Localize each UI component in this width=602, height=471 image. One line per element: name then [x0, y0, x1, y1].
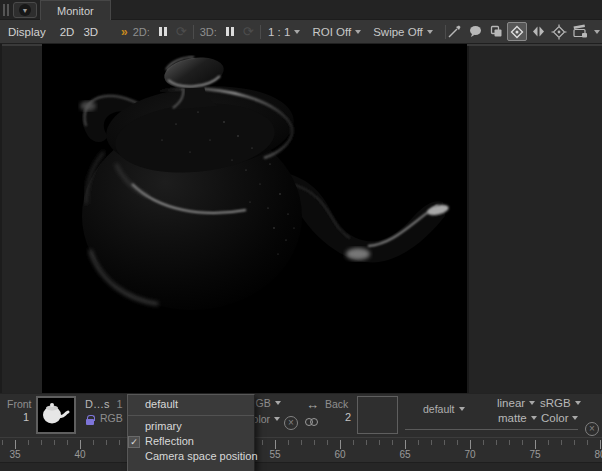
back-clear-button[interactable]: × [585, 422, 599, 436]
comment-bubble-icon[interactable] [465, 22, 485, 41]
timeline-minor-tick [483, 440, 484, 445]
front-clip-number: 1 [116, 398, 122, 410]
display-colorspace-dropdown[interactable]: sRGB [540, 397, 581, 409]
tab-monitor[interactable]: Monitor [40, 0, 111, 20]
timeline-minor-tick [119, 440, 120, 445]
timeline-ruler[interactable]: 35404550556065707580 [0, 437, 602, 462]
menu-item-label: primary [145, 420, 182, 432]
tab-bar: ▼ Monitor [0, 0, 602, 20]
chevron-down-icon [531, 416, 537, 420]
swap-buffers-icon[interactable]: ↔ [306, 400, 319, 410]
front-clear-button[interactable]: × [284, 416, 298, 430]
timeline-minor-tick [327, 440, 328, 445]
pixel-probe-icon[interactable] [507, 22, 527, 41]
timeline-frame-label: 35 [9, 449, 20, 460]
timeline-frame-label: 40 [74, 449, 85, 460]
zoom-ratio-value: 1 : 1 [268, 26, 290, 38]
timeline-minor-tick [54, 440, 55, 445]
split-diamond-icon[interactable] [528, 22, 548, 41]
colorspace-value: linear [497, 397, 525, 409]
back-view-dropdown[interactable]: Color [541, 412, 578, 424]
timeline-major-tick [340, 440, 341, 449]
lock-icon[interactable] [86, 415, 94, 427]
chevron-down-icon [294, 30, 300, 34]
timeline-frame-label: 70 [464, 449, 475, 460]
timeline-minor-tick [41, 440, 42, 445]
timeline-minor-tick [444, 440, 445, 445]
toolbar-separator [260, 25, 261, 39]
timeline-frame-label: 65 [399, 449, 410, 460]
color-sampler-icon[interactable] [444, 22, 464, 41]
timeline-minor-tick [301, 440, 302, 445]
link-buffers-icon[interactable] [305, 418, 318, 426]
chevron-down-icon [459, 407, 465, 411]
timeline-frame-label: 60 [334, 449, 345, 460]
back-lut-value: default [423, 403, 455, 415]
timeline-minor-tick [561, 440, 562, 445]
menu-item-default[interactable]: default [128, 395, 254, 414]
timeline-minor-tick [67, 440, 68, 445]
timeline-minor-tick [288, 440, 289, 445]
chevron-down-icon[interactable] [594, 30, 600, 34]
chevron-down-icon [575, 401, 581, 405]
timeline-minor-tick [496, 440, 497, 445]
timeline-minor-tick [431, 440, 432, 445]
pause-3d-button[interactable] [223, 25, 237, 38]
exposure-slider[interactable] [405, 429, 578, 430]
roi-dropdown[interactable]: ROI Off [312, 26, 361, 38]
expand-playback-icon[interactable]: » [121, 25, 127, 39]
timeline-major-tick [405, 440, 406, 449]
zoom-ratio-dropdown[interactable]: 1 : 1 [268, 26, 300, 38]
front-locked-channel[interactable]: RGB [100, 412, 123, 424]
timeline-minor-tick [2, 440, 3, 445]
layer-dropdown-menu: default primary ✓ Reflection Camera spac… [127, 394, 255, 471]
menu-separator [128, 415, 254, 416]
clapperboard-icon[interactable] [570, 22, 590, 41]
back-lut-dropdown[interactable]: default [423, 403, 465, 415]
display-colorspace-value: sRGB [540, 397, 571, 409]
front-thumbnail-teapot [38, 398, 74, 432]
center-target-icon[interactable] [549, 22, 569, 41]
loop-3d-icon[interactable]: ⟳ [243, 25, 254, 38]
bottom-edge-strip [0, 462, 602, 471]
roi-value: ROI Off [312, 26, 351, 38]
menu-item-camera-space-position[interactable]: Camera space position [128, 449, 254, 464]
panel-menu-button[interactable]: ▼ [13, 2, 37, 18]
timeline-frame-label: 80 [594, 449, 602, 460]
viewer-viewport[interactable] [42, 44, 467, 393]
timeline-major-tick [535, 440, 536, 449]
check-icon: ✓ [128, 436, 140, 448]
playback-2d-label: 2D: [133, 26, 150, 38]
tab-monitor-label: Monitor [57, 5, 94, 17]
matte-dropdown[interactable]: matte [498, 412, 537, 424]
swipe-dropdown[interactable]: Swipe Off [373, 26, 433, 38]
back-thumbnail[interactable] [357, 396, 398, 434]
timeline-major-tick [80, 440, 81, 449]
toolbar-separator [193, 25, 194, 39]
display-menu-button[interactable]: Display [8, 26, 46, 38]
timeline-minor-tick [106, 440, 107, 445]
matte-value: matte [498, 412, 527, 424]
pause-2d-button[interactable] [156, 25, 170, 38]
panel-menu-icon: ▼ [19, 4, 31, 16]
panel-gripper-icon[interactable] [3, 4, 9, 16]
view-2d-button[interactable]: 2D [60, 26, 75, 38]
timeline-minor-tick [366, 440, 367, 445]
viewer-right-panel [467, 46, 602, 393]
swipe-value: Swipe Off [373, 26, 423, 38]
menu-item-reflection[interactable]: ✓ Reflection [128, 434, 254, 449]
playback-3d-label: 3D: [200, 26, 217, 38]
chevron-down-icon [275, 401, 281, 405]
timeline-minor-tick [509, 440, 510, 445]
monitor-toolbar: Display 2D 3D » 2D: ⟳ 3D: ⟳ 1 : 1 ROI Of… [0, 20, 602, 44]
timeline-major-tick [600, 440, 601, 449]
view-3d-button[interactable]: 3D [83, 26, 98, 38]
front-clip-name[interactable]: D…s1 [85, 398, 123, 410]
menu-item-primary[interactable]: primary [128, 419, 254, 434]
layers-icon[interactable] [486, 22, 506, 41]
colorspace-dropdown[interactable]: linear [497, 397, 535, 409]
front-thumbnail[interactable] [36, 396, 76, 434]
timeline-minor-tick [392, 440, 393, 445]
panel-left-edge [0, 44, 2, 393]
loop-2d-icon[interactable]: ⟳ [176, 25, 187, 38]
